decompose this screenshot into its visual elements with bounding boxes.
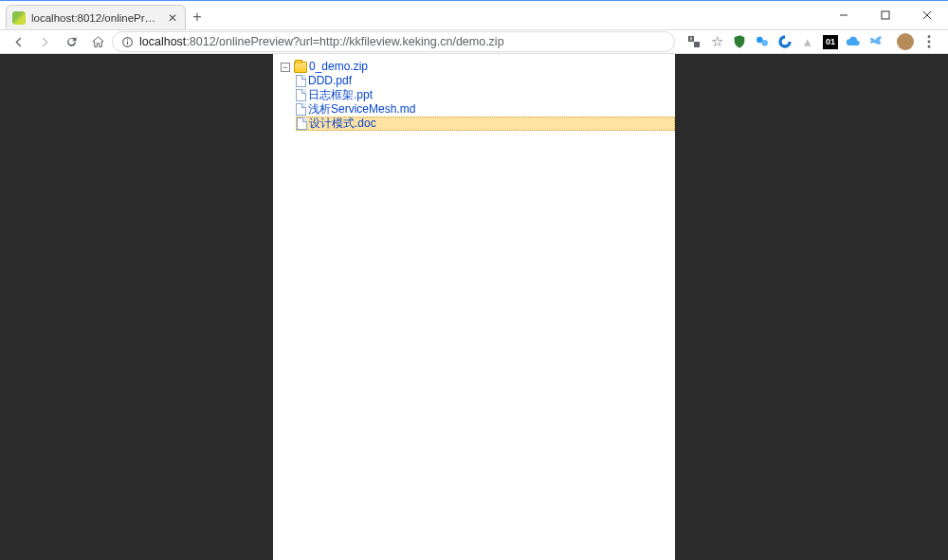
- extension-grey-icon[interactable]: ▴: [800, 34, 815, 49]
- translate-icon[interactable]: [686, 34, 702, 49]
- svg-point-11: [928, 45, 931, 48]
- extensions-area: ☆ ▴ 01: [677, 33, 942, 50]
- shield-icon[interactable]: [732, 34, 747, 49]
- window-controls: [823, 1, 948, 29]
- address-bar[interactable]: localhost:8012/onlinePreview?url=http://…: [112, 31, 675, 52]
- file-icon: [296, 75, 306, 87]
- tree-file-node[interactable]: 日志框架.ppt: [296, 88, 675, 102]
- tree-collapse-icon[interactable]: −: [281, 63, 290, 72]
- svg-rect-5: [126, 41, 127, 45]
- file-icon: [296, 103, 306, 116]
- svg-point-10: [928, 41, 931, 44]
- nav-forward-button[interactable]: [32, 31, 57, 52]
- browser-viewport: − 0_demo.zip DDD.pdf日志框架.ppt浅析ServiceMes…: [0, 54, 948, 560]
- extension-01-icon[interactable]: 01: [823, 35, 838, 49]
- browser-toolbar: localhost:8012/onlinePreview?url=http://…: [0, 29, 948, 54]
- tree-file-node[interactable]: DDD.pdf: [296, 74, 675, 88]
- extension-blue2-icon[interactable]: [777, 34, 793, 49]
- svg-rect-6: [126, 39, 127, 40]
- window-titlebar: localhost:8012/onlinePreview ✕ +: [0, 1, 948, 29]
- bookmark-star-icon[interactable]: ☆: [709, 34, 724, 49]
- bird-icon[interactable]: [868, 34, 884, 49]
- svg-point-9: [928, 35, 931, 38]
- browser-tab[interactable]: localhost:8012/onlinePreview ✕: [6, 5, 186, 29]
- file-tree: − 0_demo.zip DDD.pdf日志框架.ppt浅析ServiceMes…: [279, 60, 675, 131]
- tree-node-label: 设计模式.doc: [309, 117, 376, 130]
- site-info-icon[interactable]: [120, 35, 134, 48]
- file-icon: [296, 89, 306, 101]
- address-bar-host: localhost: [139, 35, 186, 48]
- window-minimize-button[interactable]: [823, 1, 865, 29]
- file-icon: [297, 117, 307, 130]
- window-close-button[interactable]: [906, 1, 948, 29]
- extension-blue1-icon[interactable]: [755, 34, 770, 49]
- svg-rect-1: [882, 11, 889, 19]
- nav-reload-button[interactable]: [59, 31, 83, 52]
- nav-home-button[interactable]: [85, 31, 110, 52]
- profile-avatar[interactable]: [897, 33, 914, 50]
- svg-point-8: [761, 40, 768, 46]
- window-maximize-button[interactable]: [865, 1, 906, 29]
- kebab-menu-icon[interactable]: [921, 34, 937, 49]
- folder-icon: [294, 62, 307, 73]
- tree-node-label: DDD.pdf: [308, 74, 352, 88]
- address-bar-rest: :8012/onlinePreview?url=http://kkfilevie…: [186, 35, 503, 48]
- address-bar-url: localhost:8012/onlinePreview?url=http://…: [139, 35, 666, 48]
- nav-back-button[interactable]: [6, 31, 30, 52]
- tree-root-node[interactable]: − 0_demo.zip: [281, 60, 675, 74]
- cloud-icon[interactable]: [846, 34, 861, 49]
- tab-close-icon[interactable]: ✕: [166, 12, 179, 24]
- tab-favicon: [12, 11, 26, 25]
- tree-node-label: 日志框架.ppt: [308, 88, 373, 102]
- tree-file-node[interactable]: 设计模式.doc: [296, 117, 675, 131]
- tree-file-node[interactable]: 浅析ServiceMesh.md: [296, 102, 675, 117]
- page-content: − 0_demo.zip DDD.pdf日志框架.ppt浅析ServiceMes…: [273, 54, 675, 560]
- tree-node-label: 浅析ServiceMesh.md: [308, 102, 415, 117]
- tab-title: localhost:8012/onlinePreview: [31, 12, 160, 24]
- tree-children: DDD.pdf日志框架.ppt浅析ServiceMesh.md设计模式.doc: [281, 74, 675, 131]
- new-tab-button[interactable]: +: [186, 6, 209, 28]
- tree-node-label: 0_demo.zip: [309, 60, 368, 74]
